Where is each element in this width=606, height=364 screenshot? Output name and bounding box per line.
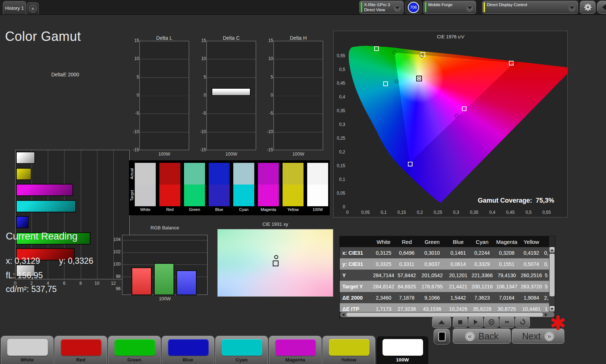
continuous-measure-button[interactable]: ∞ xyxy=(500,316,514,328)
tick-label: 5 xyxy=(262,75,273,80)
delta-c-x-label: 100W xyxy=(206,152,256,157)
table-cell: 35,8228 xyxy=(470,306,494,312)
add-tab-button[interactable]: + xyxy=(27,2,39,14)
stop-icon xyxy=(458,320,462,324)
pattern-label: Blue xyxy=(162,357,214,363)
stop-button[interactable] xyxy=(453,316,468,328)
collapse-panel-button[interactable] xyxy=(597,1,606,14)
table-cell: 260,2516 xyxy=(519,272,543,278)
back-button[interactable]: « Back xyxy=(453,329,511,344)
delta-l-x-label: 100W xyxy=(139,152,189,157)
scroll-left-button[interactable] xyxy=(340,312,346,317)
marker-cyan-target xyxy=(383,81,388,86)
table-vertical-scrollbar[interactable] xyxy=(549,247,555,312)
tab-history-1[interactable]: History 1 xyxy=(3,1,26,14)
table-cell: 0,5074 xyxy=(519,261,543,267)
pattern-button-white[interactable]: White xyxy=(1,336,54,364)
white-swatch xyxy=(7,339,48,356)
scroll-down-button[interactable] xyxy=(549,306,555,312)
table-cell: 7,0164 xyxy=(494,295,519,301)
rgb-plot-area xyxy=(122,235,208,295)
table-cell: 20,1201 xyxy=(446,272,470,278)
display-pattern-button[interactable] xyxy=(434,329,450,344)
table-cell: 0,2244 xyxy=(470,250,494,256)
table-cell: 284,8142 xyxy=(372,284,396,289)
table-cell: 10,2426 xyxy=(446,306,470,312)
table-cell: 0, xyxy=(543,261,549,267)
marker-green-measured xyxy=(393,51,396,54)
delta-c-plot-area xyxy=(206,41,256,150)
tick-label: 0,15 xyxy=(396,210,407,215)
tick-label: -15 xyxy=(195,147,206,152)
tick-label: 96 xyxy=(110,286,121,291)
rgb-x-label: 100W xyxy=(122,296,208,301)
blue-swatch xyxy=(168,339,209,356)
table-cell: 0,3208 xyxy=(494,250,519,256)
tick-label: 0,3 xyxy=(451,210,461,215)
table-row: y: CIE310,33250,33110,60370,06140,33290,… xyxy=(340,258,549,270)
scroll-right-button[interactable] xyxy=(543,312,548,317)
tick-label: 0,35 xyxy=(469,210,480,215)
magenta-swatch xyxy=(275,339,316,356)
app-window: History 1 + X-Rite i1Pro 3 Direct View 7… xyxy=(0,0,606,364)
rgb-bar-blue xyxy=(176,270,197,295)
deltae-bar-white xyxy=(16,152,35,164)
display-control-dropdown[interactable]: Direct Display Control xyxy=(482,1,578,14)
table-column-header xyxy=(340,236,372,247)
pattern-button-yellow[interactable]: Yellow xyxy=(322,336,375,364)
delta-h-plot-area xyxy=(273,41,323,150)
tick-label: 0 xyxy=(342,210,353,215)
table-cell: 7,1878 xyxy=(396,295,418,301)
settings-button[interactable] xyxy=(580,1,595,14)
chart-title: Delta H xyxy=(273,35,323,41)
table-column-header: Cyan xyxy=(470,236,494,247)
table-row: ΔE 20002,34607,18789,10661,54427,36237,0… xyxy=(340,292,549,303)
page-title: Color Gamut xyxy=(5,29,81,44)
pattern-button-cyan[interactable]: Cyan xyxy=(215,336,268,364)
gamut-markers xyxy=(334,31,568,218)
marker-red-measured xyxy=(513,61,517,64)
refresh-button[interactable] xyxy=(515,316,530,328)
vertical-scroll-thumb[interactable] xyxy=(549,254,555,296)
scroll-up-button[interactable] xyxy=(549,247,555,253)
delta-c-chart: Delta C 151050-5-10-15 100W xyxy=(198,35,256,158)
pattern-button-red[interactable]: Red xyxy=(54,336,107,364)
table-cell: 0,3125 xyxy=(372,250,396,256)
deltae-bar-blue xyxy=(16,216,29,228)
red-swatch xyxy=(61,339,101,356)
source-dropdown[interactable]: Mobile Forge xyxy=(423,1,476,14)
tick-label: 0,5 xyxy=(334,67,345,72)
reading-luminance: cd/m²: 537,75 xyxy=(6,284,57,294)
rgb-y-axis: 1041021009896 xyxy=(112,223,121,304)
next-chevron-icon: » xyxy=(544,331,554,341)
meter-name: X-Rite i1Pro 3 xyxy=(364,3,390,7)
tick-label: 98 xyxy=(110,274,121,279)
marker-green-target xyxy=(374,46,379,51)
pattern-button-blue[interactable]: Blue xyxy=(162,336,214,364)
marker-yellow-measured xyxy=(420,54,423,58)
chevron-down-icon xyxy=(466,4,474,12)
tick-label: 10 xyxy=(93,281,101,286)
reading-x: x: 0,3129 xyxy=(6,256,40,266)
target-row-label: Target xyxy=(129,185,135,206)
table-column-header: Magenta xyxy=(494,236,519,247)
play-button[interactable] xyxy=(468,316,483,328)
row-label: ΔE ITP xyxy=(340,306,372,312)
table-cell: 2, xyxy=(543,295,549,301)
table-cell: 0,3329 xyxy=(470,261,494,267)
pattern-button-magenta[interactable]: Magenta xyxy=(269,336,322,364)
scroll-patterns-up-button[interactable] xyxy=(432,316,451,328)
pattern-button-green[interactable]: Green xyxy=(108,336,161,364)
white-point-dot xyxy=(418,77,421,80)
tick-label: -5 xyxy=(128,111,139,116)
tick-label: 0,4 xyxy=(334,94,345,100)
table-column-header: White xyxy=(372,236,396,247)
meter-count-tile[interactable]: 706 xyxy=(405,1,422,14)
tick-label: 0 xyxy=(128,93,139,98)
pattern-button-100w[interactable]: 100W xyxy=(376,336,429,364)
meter-dropdown[interactable]: X-Rite i1Pro 3 Direct View xyxy=(359,1,404,14)
table-column-header: Blue xyxy=(446,236,470,247)
tick-label: 10 xyxy=(262,56,273,61)
next-button[interactable]: Next » xyxy=(512,329,564,344)
single-measure-button[interactable]: H xyxy=(484,316,499,328)
